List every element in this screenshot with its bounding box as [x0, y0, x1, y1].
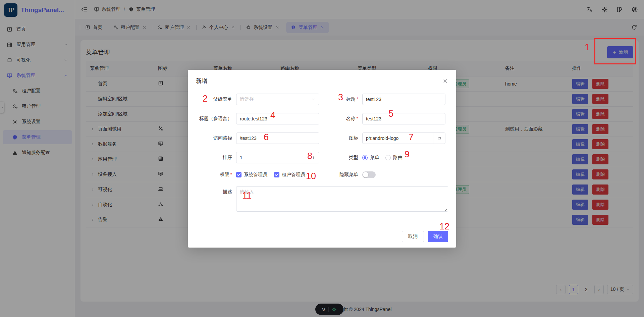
type-radio-route[interactable]: 路由 [385, 155, 402, 161]
title-input[interactable] [366, 97, 442, 102]
order-label: 排序 [196, 155, 236, 161]
parent-menu-select[interactable]: 请选择 [236, 94, 319, 105]
order-input[interactable] [240, 155, 304, 160]
parent-menu-label: 父级菜单 [196, 96, 236, 102]
title-i18n-input[interactable] [240, 116, 316, 121]
confirm-button[interactable]: 确认 [428, 231, 448, 242]
hidden-menu-toggle[interactable] [362, 171, 376, 178]
title-i18n-label: 标题（多语言） [196, 116, 236, 122]
cancel-button[interactable]: 取消 [402, 231, 424, 242]
description-textarea[interactable] [236, 186, 448, 212]
icon-label: 图标 [322, 135, 362, 141]
icon-picker-button[interactable] [433, 133, 445, 144]
modal-close-icon[interactable] [442, 78, 448, 84]
name-input[interactable] [366, 116, 442, 121]
permission-label: 权限* [196, 172, 236, 178]
decrement-icon[interactable] [304, 156, 308, 160]
perm-checkbox-sys-admin[interactable]: 系统管理员 [236, 172, 267, 178]
add-menu-form: 父级菜单 请选择 标题* 标题（多语言） 名称* 访问路径 [196, 94, 448, 220]
icon-input[interactable] [363, 136, 433, 141]
type-radio-menu[interactable]: 菜单 [362, 155, 379, 161]
path-input[interactable] [240, 136, 316, 141]
chevron-down-icon [311, 97, 316, 102]
path-label: 访问路径 [196, 135, 236, 141]
type-label: 类型 [322, 155, 362, 161]
app-root: TP ThingsPanel... 首页 应用管理 可视 [0, 0, 644, 317]
add-menu-modal: 新增 父级菜单 请选择 标题* 标题（多语言） 名称* [188, 70, 456, 248]
increment-icon[interactable] [311, 156, 316, 160]
title-label: 标题* [322, 96, 362, 102]
perm-checkbox-tenant-admin[interactable]: 租户管理员 [274, 172, 305, 178]
android-icon [437, 136, 442, 141]
hidden-menu-label: 隐藏菜单 [322, 172, 362, 178]
name-label: 名称* [322, 116, 362, 122]
description-label: 描述 [196, 186, 236, 195]
modal-title: 新增 [196, 77, 207, 85]
